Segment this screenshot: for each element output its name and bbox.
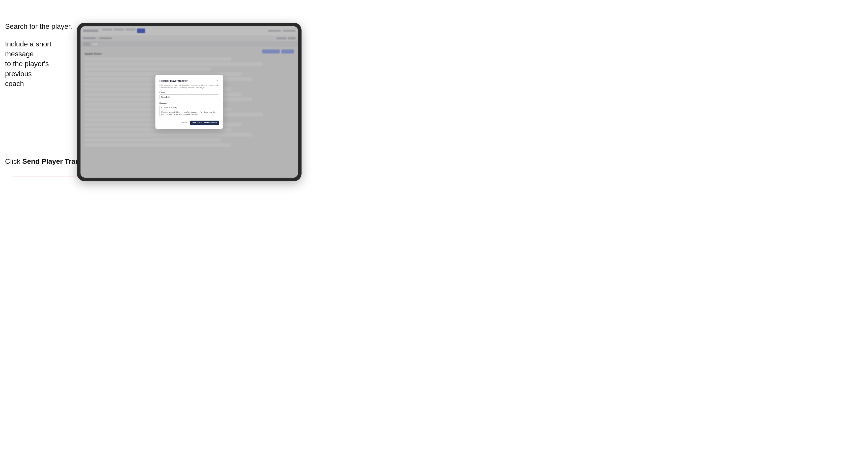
message-label: Message <box>159 102 219 104</box>
tablet-device: › Update Roster <box>77 23 302 181</box>
arrow-line-1 <box>12 97 12 136</box>
transfer-request-modal: Request player transfer × If the player … <box>155 75 223 129</box>
modal-header: Request player transfer × <box>159 79 219 83</box>
player-label: Player <box>159 91 219 93</box>
annotation-message: Include a short messageto the player's p… <box>5 39 71 89</box>
modal-footer: Cancel Send Player Transfer Request <box>159 121 219 125</box>
player-input[interactable] <box>159 94 219 100</box>
message-textarea[interactable]: Hi Coach McHarg, Please accept this tran… <box>159 105 219 117</box>
modal-close-button[interactable]: × <box>216 79 219 83</box>
modal-description: If the player is transferring from anoth… <box>159 84 219 89</box>
send-transfer-request-button[interactable]: Send Player Transfer Request <box>190 121 219 125</box>
annotation-search: Search for the player. <box>5 22 72 31</box>
tablet-screen: › Update Roster <box>81 26 298 178</box>
modal-overlay: Request player transfer × If the player … <box>81 26 298 178</box>
cancel-button[interactable]: Cancel <box>179 121 188 125</box>
modal-title: Request player transfer <box>159 80 188 82</box>
